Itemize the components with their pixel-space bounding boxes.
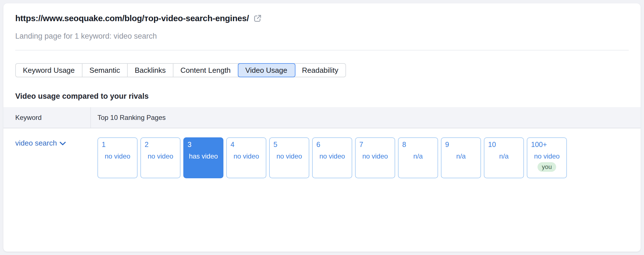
page-url-title: https://www.seoquake.com/blog/тop-video-… — [15, 13, 249, 24]
ranking-page-card-6[interactable]: 6 no video — [312, 137, 352, 178]
card-status: n/a — [456, 152, 465, 160]
ranking-page-card-1[interactable]: 1 no video — [97, 137, 138, 178]
tab-readability[interactable]: Readability — [295, 64, 345, 77]
keyword-link[interactable]: video search — [15, 139, 66, 148]
card-status: no video — [105, 152, 130, 160]
tabs-wrap: Keyword Usage Semantic Backlinks Content… — [3, 50, 641, 77]
card-status: has video — [189, 152, 218, 160]
card-position: 3 — [184, 140, 192, 149]
ranking-pages-cell: 1 no video 2 no video 3 has video 4 no v… — [91, 128, 641, 178]
card-position: 2 — [141, 140, 149, 149]
card-position: 4 — [227, 140, 234, 149]
landing-page-subtitle: Landing page for 1 keyword: video search — [15, 31, 629, 41]
card-status: n/a — [413, 152, 423, 160]
ranking-page-card-5[interactable]: 5 no video — [269, 137, 309, 178]
tab-label: Content Length — [180, 66, 231, 74]
section-title: Video usage compared to your rivals — [15, 92, 629, 100]
external-link-icon[interactable] — [253, 14, 262, 23]
tab-label: Readability — [302, 66, 338, 74]
tab-content-length[interactable]: Content Length — [173, 64, 238, 77]
card-position: 5 — [270, 140, 277, 149]
ranking-page-card-7[interactable]: 7 no video — [355, 137, 395, 178]
card-position: 7 — [356, 140, 363, 149]
card-status: n/a — [499, 152, 508, 160]
landing-page-panel: https://www.seoquake.com/blog/тop-video-… — [3, 3, 641, 252]
column-header-keyword: Keyword — [3, 107, 91, 128]
card-status: no video — [362, 152, 388, 160]
table-header-row: Keyword Top 10 Ranking Pages — [3, 107, 641, 128]
rivals-table: Keyword Top 10 Ranking Pages video searc… — [3, 107, 641, 178]
keyword-cell: video search — [3, 128, 91, 178]
table-row: video search 1 no video 2 no video 3 has… — [3, 128, 641, 178]
ranking-page-card-100+[interactable]: 100+ no video you — [527, 137, 567, 178]
card-status: no video — [277, 152, 302, 160]
tab-backlinks[interactable]: Backlinks — [128, 64, 173, 77]
card-position: 6 — [313, 140, 320, 149]
tab-label: Semantic — [90, 66, 120, 74]
tab-keyword-usage[interactable]: Keyword Usage — [16, 64, 82, 77]
page-header: https://www.seoquake.com/blog/тop-video-… — [3, 3, 641, 50]
ranking-page-card-3[interactable]: 3 has video — [183, 137, 223, 178]
card-status: no video — [148, 152, 173, 160]
tab-video-usage[interactable]: Video Usage — [238, 64, 295, 77]
keyword-label: video search — [15, 139, 57, 148]
analysis-tab-group: Keyword Usage Semantic Backlinks Content… — [15, 63, 346, 77]
card-status: no video — [534, 152, 560, 160]
column-header-top10: Top 10 Ranking Pages — [91, 107, 641, 128]
card-position: 9 — [441, 140, 449, 149]
tab-semantic[interactable]: Semantic — [82, 64, 128, 77]
ranking-page-card-10[interactable]: 10 n/a — [484, 137, 524, 178]
card-position: 100+ — [527, 140, 547, 149]
you-badge: you — [538, 162, 556, 172]
card-position: 8 — [399, 140, 406, 149]
tab-label: Video Usage — [245, 66, 287, 74]
card-position: 10 — [484, 140, 496, 149]
card-status: no video — [234, 152, 259, 160]
ranking-page-card-8[interactable]: 8 n/a — [398, 137, 438, 178]
chevron-down-icon — [60, 142, 66, 146]
ranking-page-card-9[interactable]: 9 n/a — [441, 137, 481, 178]
card-position: 1 — [98, 140, 106, 149]
url-row: https://www.seoquake.com/blog/тop-video-… — [15, 13, 629, 24]
ranking-page-card-2[interactable]: 2 no video — [140, 137, 180, 178]
ranking-page-card-4[interactable]: 4 no video — [226, 137, 266, 178]
card-status: no video — [319, 152, 345, 160]
tab-label: Backlinks — [135, 66, 166, 74]
tab-label: Keyword Usage — [23, 66, 75, 74]
